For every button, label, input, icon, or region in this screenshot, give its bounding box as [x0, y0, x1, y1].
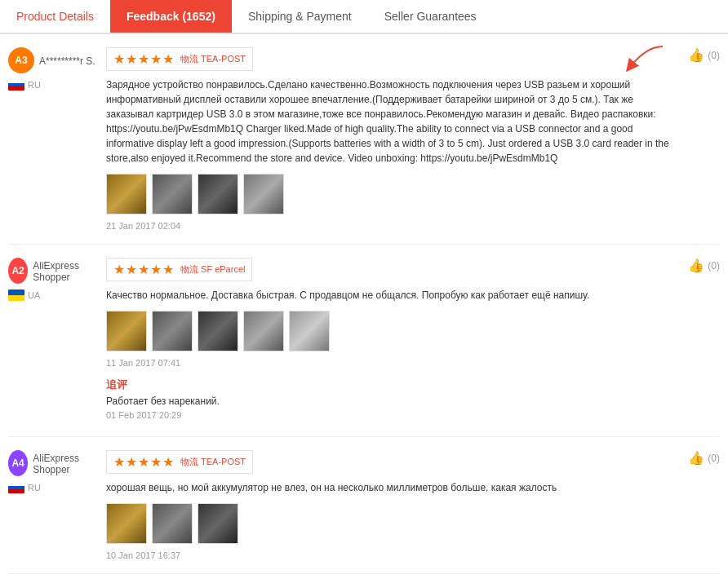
- reviewer-info: A2 AliExpress Shopper UA: [8, 258, 106, 423]
- like-button[interactable]: 👍 (0): [688, 47, 720, 63]
- like-count: (0): [708, 453, 720, 464]
- review-image[interactable]: [289, 311, 330, 351]
- tab-feedback[interactable]: Feedback (1652): [110, 0, 232, 33]
- reviews-list: A3 A*********r S. RU ★ ★ ★ ★ ★ 物流 TEA-PO…: [0, 34, 728, 574]
- follow-up-text: Работает без нареканий.: [106, 396, 671, 407]
- star-2: ★: [126, 51, 137, 67]
- star-2: ★: [126, 454, 137, 470]
- review-image[interactable]: [243, 311, 284, 351]
- country-code: UA: [28, 290, 40, 300]
- review-images: [106, 503, 671, 544]
- review-content: ★ ★ ★ ★ ★ 物流 TEA-POST хорошая вещь, но м…: [106, 450, 720, 560]
- review-item: A3 A*********r S. RU ★ ★ ★ ★ ★ 物流 TEA-PO…: [8, 34, 720, 245]
- follow-up: 追评 Работает без нареканий. 01 Feb 2017 2…: [106, 378, 671, 420]
- star-1: ★: [113, 454, 125, 470]
- tab-product-details[interactable]: Product Details: [0, 0, 110, 33]
- review-image[interactable]: [198, 174, 238, 214]
- reviewer-name: AliExpress Shopper: [33, 453, 98, 475]
- like-count: (0): [708, 260, 720, 272]
- review-date: 21 Jan 2017 02:04: [106, 221, 671, 231]
- tab-shipping-payment[interactable]: Shipping & Payment: [232, 0, 368, 33]
- review-text: Качество нормальное. Доставка быстрая. С…: [106, 288, 671, 303]
- review-text: Зарядное устройство понравилось.Сделано …: [106, 77, 671, 166]
- review-item: A2 AliExpress Shopper UA ★ ★ ★ ★ ★ 物流 SF…: [8, 245, 720, 437]
- flag-icon: [8, 290, 24, 301]
- shipping-label: 物流 SF eParcel: [180, 263, 245, 276]
- tabs-bar: Product Details Feedback (1652) Shipping…: [0, 0, 728, 34]
- review-image[interactable]: [198, 311, 238, 351]
- like-count: (0): [708, 50, 720, 61]
- star-3: ★: [138, 454, 149, 470]
- star-3: ★: [138, 51, 149, 67]
- stars-shipping-box: ★ ★ ★ ★ ★ 物流 TEA-POST: [106, 450, 253, 474]
- review-item: A4 AliExpress Shopper RU ★ ★ ★ ★ ★ 物流 TE…: [8, 437, 720, 574]
- star-1: ★: [113, 51, 125, 67]
- review-date: 11 Jan 2017 07:41: [106, 358, 671, 368]
- star-4: ★: [150, 262, 162, 277]
- star-2: ★: [126, 262, 137, 277]
- star-rating: ★ ★ ★ ★ ★: [113, 262, 174, 277]
- review-image[interactable]: [106, 311, 147, 351]
- review-date: 10 Jan 2017 16:37: [106, 550, 671, 560]
- review-images: [106, 311, 671, 351]
- follow-up-label: 追评: [106, 378, 671, 392]
- reviewer-country: RU: [8, 482, 98, 493]
- star-5: ★: [162, 262, 174, 277]
- review-image[interactable]: [152, 174, 193, 214]
- avatar: A2: [8, 258, 28, 284]
- star-5: ★: [162, 454, 174, 470]
- star-5: ★: [162, 51, 174, 67]
- thumbs-up-icon: 👍: [688, 450, 704, 466]
- reviewer-name: AliExpress Shopper: [33, 260, 98, 283]
- star-4: ★: [150, 51, 162, 67]
- reviewer-info: A3 A*********r S. RU: [8, 47, 106, 231]
- review-image[interactable]: [152, 503, 193, 544]
- star-4: ★: [150, 454, 162, 470]
- like-button[interactable]: 👍 (0): [688, 258, 720, 273]
- review-image[interactable]: [152, 311, 193, 351]
- review-image[interactable]: [243, 174, 284, 214]
- flag-icon: [8, 79, 24, 91]
- reviewer-name: A*********r S.: [39, 55, 95, 67]
- tab-seller-guarantees[interactable]: Seller Guarantees: [368, 0, 493, 33]
- shipping-label: 物流 TEA-POST: [180, 53, 246, 65]
- review-image[interactable]: [198, 503, 238, 544]
- avatar: A4: [8, 450, 28, 476]
- reviewer-country: RU: [8, 79, 98, 91]
- avatar: A3: [8, 47, 34, 73]
- thumbs-up-icon: 👍: [688, 47, 704, 63]
- review-image[interactable]: [106, 174, 147, 214]
- star-3: ★: [138, 262, 149, 277]
- country-code: RU: [28, 483, 41, 493]
- review-image[interactable]: [106, 503, 147, 544]
- review-images: [106, 174, 671, 214]
- star-rating: ★ ★ ★ ★ ★: [113, 51, 174, 67]
- shipping-label: 物流 TEA-POST: [180, 456, 246, 468]
- stars-shipping-box: ★ ★ ★ ★ ★ 物流 TEA-POST: [106, 47, 253, 71]
- review-content: ★ ★ ★ ★ ★ 物流 SF eParcel Качество нормаль…: [106, 258, 720, 423]
- review-content: ★ ★ ★ ★ ★ 物流 TEA-POST Зарядное устройств…: [106, 47, 720, 231]
- flag-icon: [8, 482, 24, 493]
- star-rating: ★ ★ ★ ★ ★: [113, 454, 174, 470]
- thumbs-up-icon: 👍: [688, 258, 704, 273]
- country-code: RU: [28, 80, 41, 90]
- review-text: хорошая вещь, но мой аккумулятор не влез…: [106, 480, 671, 495]
- reviewer-country: UA: [8, 290, 98, 301]
- like-button[interactable]: 👍 (0): [688, 450, 720, 466]
- stars-shipping-box: ★ ★ ★ ★ ★ 物流 SF eParcel: [106, 258, 252, 281]
- follow-up-date: 01 Feb 2017 20:29: [106, 410, 671, 420]
- star-1: ★: [113, 262, 125, 277]
- reviewer-info: A4 AliExpress Shopper RU: [8, 450, 106, 560]
